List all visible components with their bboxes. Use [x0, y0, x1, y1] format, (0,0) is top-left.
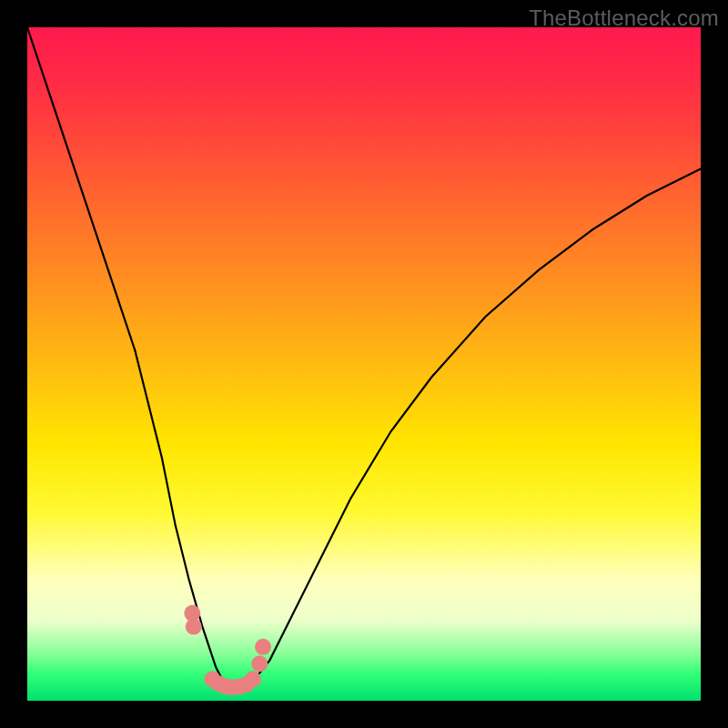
bottleneck-curve [27, 27, 701, 687]
plot-area [27, 27, 701, 701]
watermark-text: TheBottleneck.com [529, 5, 719, 31]
marker-group [184, 605, 271, 695]
curve-svg [27, 27, 701, 701]
marker-dot [186, 619, 202, 635]
chart-frame: TheBottleneck.com [0, 0, 728, 728]
marker-dot [245, 671, 261, 687]
marker-dot [251, 655, 268, 672]
marker-dot [255, 639, 271, 655]
